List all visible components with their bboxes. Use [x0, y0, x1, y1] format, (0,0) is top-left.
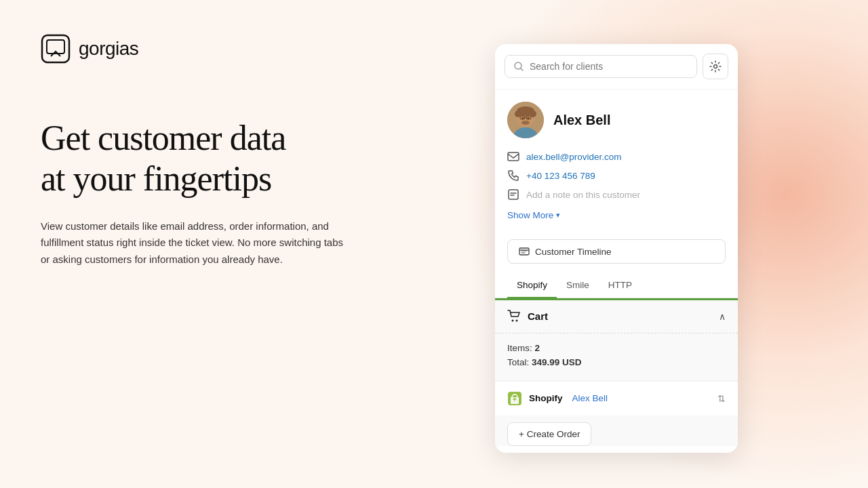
svg-point-10 [522, 117, 524, 119]
email-icon [507, 150, 519, 163]
cart-header: Cart ∧ [495, 300, 738, 333]
email-row: alex.bell@provider.com [507, 150, 726, 163]
cart-total-row: Total: 349.99 USD [507, 357, 726, 367]
customer-section: Alex Bell alex.bell@provider.com +40 123… [495, 89, 738, 230]
svg-point-19 [512, 319, 514, 321]
customer-details: alex.bell@provider.com +40 123 456 789 A… [507, 150, 726, 201]
tabs: Shopify Smile HTTP [495, 273, 738, 298]
settings-button[interactable] [703, 54, 728, 79]
tab-http[interactable]: HTTP [599, 273, 642, 298]
hero-title: Get customer dataat your fingertips [41, 118, 448, 199]
customer-email[interactable]: alex.bell@provider.com [526, 152, 622, 162]
customer-header: Alex Bell [507, 102, 726, 138]
svg-point-12 [521, 121, 530, 125]
note-icon [507, 188, 519, 201]
logo-text: gorgias [79, 38, 138, 60]
gear-icon [709, 60, 722, 73]
customer-phone[interactable]: +40 123 456 789 [526, 171, 595, 181]
gorgias-logo-icon [41, 34, 71, 64]
svg-rect-16 [508, 152, 519, 161]
tab-smile[interactable]: Smile [557, 273, 599, 298]
shopify-order-expand-icon[interactable]: ⇅ [717, 393, 726, 404]
logo: gorgias [41, 34, 448, 64]
customer-timeline-button[interactable]: Customer Timeline [507, 239, 726, 264]
cart-header-left: Cart [507, 310, 548, 323]
svg-point-20 [516, 319, 518, 321]
timeline-label: Customer Timeline [535, 247, 612, 257]
svg-point-3 [714, 65, 717, 68]
cart-items-label: Items: [507, 343, 532, 353]
cart-icon [507, 310, 521, 323]
hero-description: View customer details like email address… [41, 218, 353, 268]
chevron-down-icon: ▾ [556, 211, 560, 220]
widget: Alex Bell alex.bell@provider.com +40 123… [495, 44, 738, 453]
shopify-bag-icon [507, 391, 522, 406]
shopify-order-header: Shopify Alex Bell ⇅ [495, 381, 738, 415]
search-bar [495, 44, 738, 89]
cart-total-label: Total: [507, 357, 529, 367]
shopify-section: Cart ∧ Items: 2 Total: 349.99 USD [495, 298, 738, 446]
cart-items-value: 2 [535, 343, 540, 353]
phone-row: +40 123 456 789 [507, 169, 726, 182]
show-more-button[interactable]: Show More ▾ [507, 210, 726, 220]
svg-rect-18 [519, 248, 529, 255]
timeline-icon [519, 246, 530, 257]
note-row: Add a note on this customer [507, 188, 726, 201]
cart-details: Items: 2 Total: 349.99 USD [495, 333, 738, 381]
customer-name: Alex Bell [553, 113, 610, 128]
shopify-order-label: Shopify [529, 393, 563, 403]
search-icon [513, 61, 524, 72]
cart-total-value: 349.99 USD [532, 357, 582, 367]
customer-note-placeholder[interactable]: Add a note on this customer [526, 190, 640, 200]
create-order-label: + Create Order [519, 429, 580, 439]
avatar [507, 102, 544, 138]
tab-shopify[interactable]: Shopify [507, 273, 557, 298]
left-panel: gorgias Get customer dataat your fingert… [0, 0, 488, 488]
svg-rect-17 [509, 190, 518, 199]
cart-collapse-icon[interactable]: ∧ [719, 311, 726, 322]
cart-items-row: Items: 2 [507, 343, 726, 353]
svg-point-11 [528, 117, 530, 119]
shopify-customer-link[interactable]: Alex Bell [572, 393, 608, 403]
cart-title: Cart [528, 310, 548, 322]
create-order-button[interactable]: + Create Order [507, 422, 591, 446]
show-more-label: Show More [507, 210, 553, 220]
search-input[interactable] [530, 61, 688, 72]
phone-icon [507, 169, 519, 182]
shopify-order-left: Shopify Alex Bell [507, 391, 608, 406]
search-input-wrap[interactable] [505, 55, 697, 78]
right-panel: Alex Bell alex.bell@provider.com +40 123… [488, 0, 868, 488]
